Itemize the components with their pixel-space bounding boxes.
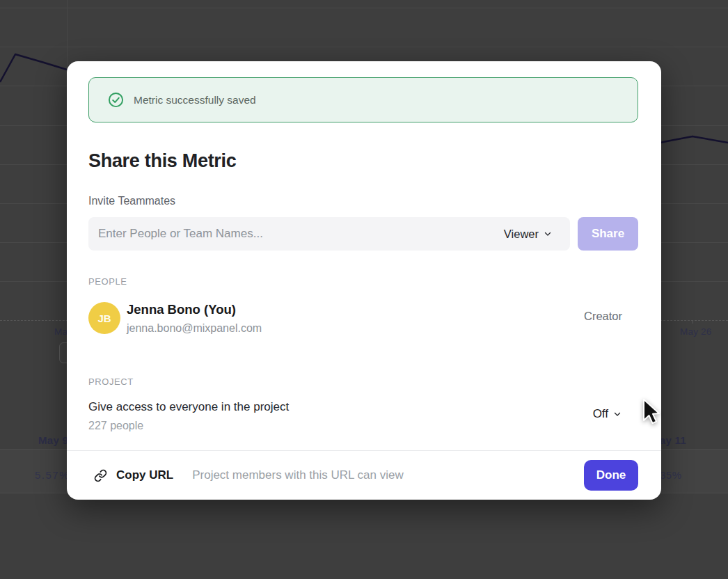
- check-circle-icon: [108, 92, 124, 108]
- chevron-down-icon: [613, 410, 622, 418]
- link-icon: [94, 469, 107, 482]
- people-section-label: PEOPLE: [88, 276, 127, 287]
- invite-input-row: Viewer Share: [88, 217, 638, 251]
- success-banner-message: Metric successfully saved: [134, 94, 256, 106]
- copy-url-hint: Project members with this URL can view: [192, 468, 404, 482]
- share-button[interactable]: Share: [578, 217, 638, 251]
- project-access-value: Off: [593, 407, 608, 421]
- table-header-date: May 9: [38, 434, 68, 446]
- person-name: Jenna Bono (You): [127, 302, 236, 317]
- project-access-row: Give access to everyone in the project 2…: [88, 400, 638, 432]
- share-metric-modal: Metric successfully saved Share this Met…: [67, 61, 661, 500]
- x-axis-label-right: May 26: [680, 326, 711, 337]
- invite-people-input[interactable]: [98, 227, 504, 241]
- modal-footer: Copy URL Project members with this URL c…: [67, 450, 661, 500]
- copy-url-label: Copy URL: [116, 468, 173, 482]
- project-access-title: Give access to everyone in the project: [88, 400, 638, 414]
- modal-title: Share this Metric: [88, 150, 236, 172]
- project-access-dropdown[interactable]: Off: [593, 407, 622, 421]
- project-section-label: PROJECT: [88, 376, 134, 387]
- success-banner: Metric successfully saved: [88, 77, 638, 122]
- mouse-cursor: [642, 398, 661, 426]
- x-axis-tick: [693, 320, 693, 324]
- table-cell-value: 5.57%: [35, 469, 70, 481]
- invite-input-container[interactable]: Viewer: [88, 217, 570, 251]
- person-email: jenna.bono@mixpanel.com: [127, 322, 262, 335]
- invite-teammates-label: Invite Teammates: [88, 195, 175, 207]
- person-role: Creator: [584, 310, 622, 323]
- x-axis-label-left: Ma: [54, 326, 68, 337]
- person-row: JB Jenna Bono (You) jenna.bono@mixpanel.…: [88, 301, 638, 334]
- table-cell-value: 35%: [660, 469, 682, 481]
- chevron-down-icon: [544, 230, 552, 238]
- role-dropdown[interactable]: Viewer: [504, 228, 552, 241]
- role-dropdown-value: Viewer: [504, 228, 539, 241]
- avatar: JB: [88, 302, 120, 334]
- project-people-count: 227 people: [88, 420, 638, 432]
- done-button[interactable]: Done: [584, 460, 638, 491]
- copy-url-button[interactable]: Copy URL: [94, 468, 173, 482]
